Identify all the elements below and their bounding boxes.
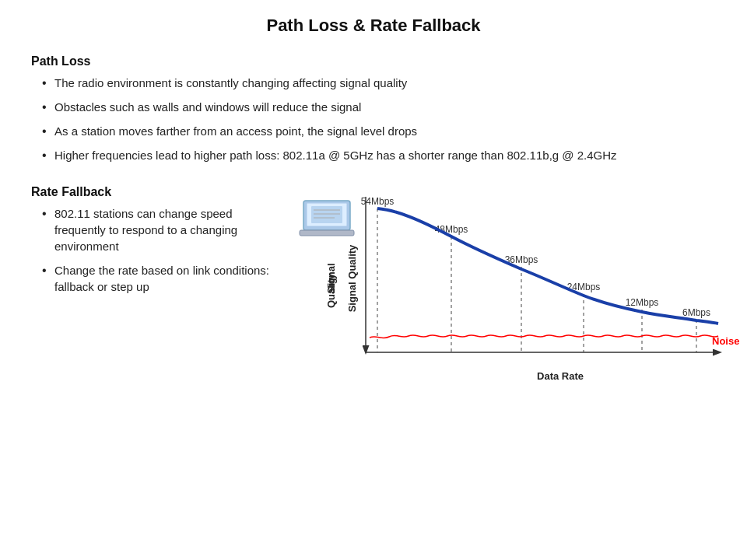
svg-rect-2 — [300, 230, 354, 236]
svg-rect-3 — [311, 206, 342, 223]
rf-bullet-1: 802.11 stations can change speed frequen… — [39, 205, 272, 254]
bullet-1: The radio environment is constantly chan… — [39, 75, 716, 91]
path-loss-bullets: The radio environment is constantly chan… — [39, 75, 716, 163]
rate-12: 12Mbps — [626, 297, 659, 308]
rate-54: 54Mbps — [361, 196, 395, 207]
rate-fallback-section: Rate Fallback 802.11 stations can change… — [31, 185, 288, 303]
y-axis-label2: Quality — [325, 273, 337, 308]
noise-curve — [370, 335, 718, 338]
rate-6: 6Mbps — [682, 307, 710, 318]
bottom-section: Rate Fallback 802.11 stations can change… — [31, 185, 716, 395]
chart-area: Signal Quality Signal Quality Data Rate … — [288, 185, 739, 395]
laptop-icon — [300, 201, 354, 236]
chart-svg: Signal Quality Signal Quality Data Rate … — [288, 185, 739, 399]
signal-quality-label: Signal Quality — [346, 244, 358, 312]
path-loss-heading: Path Loss — [31, 54, 716, 68]
page-title: Path Loss & Rate Fallback — [31, 16, 716, 36]
path-loss-section: Path Loss The radio environment is const… — [31, 54, 716, 163]
x-axis-label: Data Rate — [537, 370, 584, 382]
bullet-4: Higher frequencies lead to higher path l… — [39, 147, 716, 163]
bullet-2: Obstacles such as walls and windows will… — [39, 99, 716, 115]
rate-fallback-heading: Rate Fallback — [31, 185, 272, 199]
rate-fallback-bullets: 802.11 stations can change speed frequen… — [39, 205, 272, 295]
bullet-3: As a station moves farther from an acces… — [39, 123, 716, 139]
signal-curve — [377, 208, 718, 324]
rf-bullet-2: Change the rate based on link conditions… — [39, 262, 272, 295]
page: Path Loss & Rate Fallback Path Loss The … — [0, 0, 747, 560]
